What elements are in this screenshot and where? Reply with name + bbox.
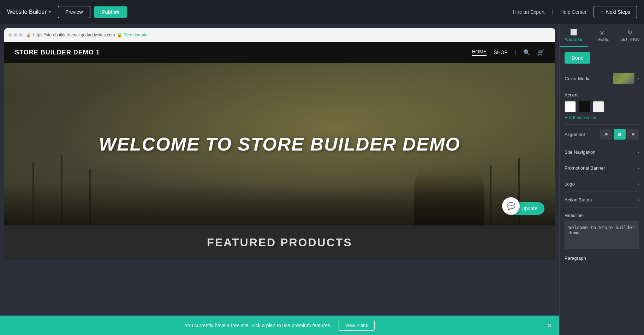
nav-separator: | <box>515 49 516 55</box>
headline-section: Headline Welcome to Store builder demo <box>565 208 639 251</box>
accent-label: Accent <box>565 92 639 98</box>
settings-tab-label: SETTINGS <box>620 37 640 41</box>
logo-chevron-icon: › <box>637 181 639 187</box>
align-center-button[interactable]: ⊕ <box>614 129 626 140</box>
accent-color-black[interactable] <box>579 101 590 112</box>
chat-icon: 💬 <box>507 202 515 210</box>
divider: | <box>551 9 553 15</box>
accent-color-white[interactable] <box>565 101 576 112</box>
site-navigation-section[interactable]: Site Navigation › <box>565 144 639 160</box>
top-bar-right: Hire an Expert | Help Center ≡ Next Step… <box>513 6 637 18</box>
publish-button[interactable]: Publish <box>94 6 127 18</box>
brand-label: Website Builder <box>7 9 47 15</box>
tab-settings[interactable]: ⚙ SETTINGS <box>616 24 644 47</box>
banner-text: You currently have a free site. Pick a p… <box>185 323 332 328</box>
search-icon[interactable]: 🔍 <box>523 49 530 56</box>
featured-products-section: FEATURED PRODUCTS <box>4 225 555 260</box>
align-right-button[interactable]: ≡ <box>627 129 639 140</box>
cover-media-label: Cover Media <box>565 76 591 81</box>
next-steps-label: Next Steps <box>606 9 630 15</box>
lock-icon: 🔒 <box>26 33 31 37</box>
action-button-chevron-icon: › <box>637 197 639 202</box>
bottom-banner: You currently have a free site. Pick a p… <box>0 316 559 335</box>
next-steps-icon: ≡ <box>600 9 603 15</box>
alignment-section: Alignment ≡ ⊕ ≡ <box>565 125 639 144</box>
hero-title: WELCOME TO STORE BUILDER DEMO <box>99 134 460 155</box>
accent-color-light[interactable] <box>593 101 604 112</box>
next-steps-button[interactable]: ≡ Next Steps <box>594 6 637 18</box>
nav-home[interactable]: HOME <box>472 49 487 56</box>
site-logo: STORE BUILDER DEMO 1 <box>15 49 100 56</box>
accent-colors <box>565 101 639 112</box>
accent-section: Accent Edit theme colors <box>565 88 639 125</box>
site-navigation-chevron-icon: › <box>637 149 639 155</box>
cart-icon[interactable]: 🛒 <box>537 49 544 56</box>
nav-shop[interactable]: SHOP <box>494 49 508 55</box>
dot-red <box>8 33 12 37</box>
cover-media-thumbnail <box>613 73 634 84</box>
site-nav-links: HOME SHOP | 🔍 🛒 <box>472 49 544 56</box>
browser-url: https://storebuilderdemol.godaddysites.c… <box>33 33 115 37</box>
theme-tab-icon: ◎ <box>600 29 604 36</box>
brand-chevron-icon: ▾ <box>49 10 51 14</box>
featured-title: FEATURED PRODUCTS <box>15 236 544 249</box>
top-bar: Website Builder ▾ Preview Publish Hire a… <box>0 0 644 24</box>
hero-section: WELCOME TO STORE BUILDER DEMO 🏠 Update 💬 <box>4 63 555 225</box>
browser-chrome: 🔒 https://storebuilderdemol.godaddysites… <box>4 28 555 42</box>
website-preview: STORE BUILDER DEMO 1 HOME SHOP | 🔍 🛒 <box>4 42 555 316</box>
cover-media-chevron-icon: › <box>637 76 639 81</box>
dot-yellow <box>14 33 17 37</box>
preview-area: 🔒 https://storebuilderdemol.godaddysites… <box>0 24 559 335</box>
help-center-link[interactable]: Help Center <box>560 9 587 15</box>
headline-label: Headline <box>565 213 639 218</box>
site-navigation-label: Site Navigation <box>565 149 595 155</box>
panel-content: Done Cover Media › Accent Edit theme col… <box>560 47 644 335</box>
preview-button[interactable]: Preview <box>58 6 90 18</box>
right-panel: ⬜ WEBSITE ◎ THEME ⚙ SETTINGS Done Cover … <box>559 24 644 335</box>
website-tab-label: WEBSITE <box>565 37 583 41</box>
promotional-banner-section[interactable]: Promotional Banner › <box>565 160 639 176</box>
alignment-label: Alignment <box>565 132 585 137</box>
website-tab-icon: ⬜ <box>570 29 577 36</box>
browser-dots <box>8 33 23 37</box>
chat-button[interactable]: 💬 <box>502 197 520 215</box>
settings-tab-icon: ⚙ <box>627 29 632 36</box>
theme-tab-label: THEME <box>595 37 609 41</box>
done-button[interactable]: Done <box>565 52 590 64</box>
promotional-banner-label: Promotional Banner <box>565 165 605 171</box>
action-button-section[interactable]: Action Button › <box>565 192 639 208</box>
promotional-banner-chevron-icon: › <box>637 165 639 171</box>
free-domain-link[interactable]: 🔒 Free domain <box>117 33 147 37</box>
align-left-button[interactable]: ≡ <box>600 129 612 140</box>
paragraph-label: Paragraph <box>565 255 639 261</box>
cover-media-right: › <box>613 73 639 84</box>
action-button-label: Action Button <box>565 197 592 202</box>
site-navigation: STORE BUILDER DEMO 1 HOME SHOP | 🔍 🛒 <box>4 42 555 63</box>
hire-expert-link[interactable]: Hire an Expert <box>513 9 544 15</box>
browser-address: 🔒 https://storebuilderdemol.godaddysites… <box>26 33 147 37</box>
tab-theme[interactable]: ◎ THEME <box>588 24 616 47</box>
panel-tabs: ⬜ WEBSITE ◎ THEME ⚙ SETTINGS <box>560 24 644 47</box>
cover-media-section[interactable]: Cover Media › <box>565 69 639 88</box>
logo-section[interactable]: Logo › <box>565 176 639 192</box>
brand[interactable]: Website Builder ▾ <box>7 9 51 15</box>
banner-close-button[interactable]: ✕ <box>547 322 552 329</box>
main-layout: 🔒 https://storebuilderdemol.godaddysites… <box>0 24 644 335</box>
headline-textarea[interactable]: Welcome to Store builder demo <box>565 221 639 249</box>
dot-green <box>19 33 23 37</box>
alignment-buttons: ≡ ⊕ ≡ <box>600 129 639 140</box>
tab-website[interactable]: ⬜ WEBSITE <box>560 24 588 47</box>
logo-label: Logo <box>565 181 575 187</box>
edit-theme-colors-link[interactable]: Edit theme colors <box>565 115 639 120</box>
view-plans-button[interactable]: View Plans <box>339 320 375 331</box>
